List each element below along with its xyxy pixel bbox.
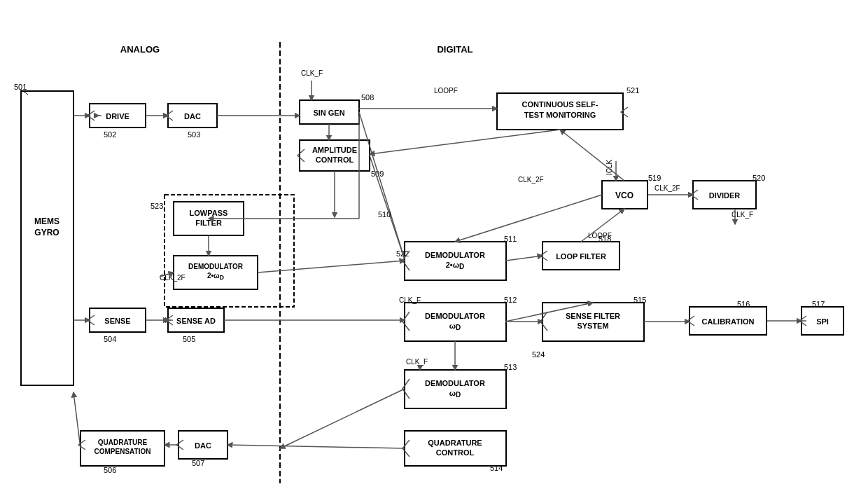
demod-wd1-label2: ωD [449, 322, 461, 331]
amp-line [370, 156, 405, 259]
mems-gyro-block [21, 91, 74, 385]
quad-comp-label2: COMPENSATION [94, 448, 151, 455]
lowpass-label2: FILTER [195, 219, 222, 227]
num-506: 506 [104, 466, 116, 474]
num-510: 510 [378, 210, 391, 219]
divider-label: DIVIDER [709, 191, 741, 200]
lowpass-label1: LOWPASS [190, 209, 228, 217]
clkf-top-label: CLK_F [301, 69, 323, 77]
loopf-label: LOOPF [434, 87, 458, 95]
digital-label: DIGITAL [437, 44, 472, 55]
diagram-container: ANALOG DIGITAL MEMS GYRO 501 DRIVE 502 D… [0, 0, 868, 503]
drive-label: DRIVE [106, 112, 130, 120]
sense-label: SENSE [104, 317, 130, 325]
clk2f-mid-label: CLK_2F [518, 176, 544, 184]
num-505: 505 [183, 335, 195, 343]
singen-line-down [359, 112, 405, 259]
num-514: 514 [490, 464, 503, 472]
clkf-mid-label: CLK_F [399, 296, 421, 304]
num-508: 508 [361, 93, 374, 102]
clkf-bot-label: CLK_F [406, 358, 428, 366]
vco-label: VCO [615, 191, 634, 200]
num-521: 521 [626, 86, 639, 95]
dac2-label: DAC [195, 441, 211, 450]
num-502: 502 [104, 130, 116, 139]
clk2f-top-label: CLK_2F [654, 184, 680, 192]
num-520: 520 [752, 174, 765, 182]
sense-filter-label2: SYSTEM [577, 322, 608, 330]
num-507: 507 [192, 459, 204, 467]
num-511: 511 [504, 235, 517, 243]
demod2wd-to-loopfilter [506, 256, 542, 261]
mems-gyro-label: MEMS [34, 216, 59, 226]
sense-filter-label1: SENSE FILTER [566, 312, 620, 320]
num-516: 516 [737, 300, 750, 308]
amplitude-control-label2: CONTROL [316, 156, 354, 164]
diagram-svg: ANALOG DIGITAL MEMS GYRO 501 DRIVE 502 D… [0, 0, 868, 503]
quad-control-label2: CONTROL [436, 448, 475, 457]
demod-wd2-label1: DEMODULATOR [425, 379, 485, 387]
quadctrl-to-dac2 [227, 445, 405, 448]
num-504: 504 [104, 335, 116, 343]
loopf2-label: LOOPF [588, 232, 612, 240]
self-test-label2: TEST MONITORING [524, 111, 596, 119]
demodwd2-to-quadctrl [280, 389, 405, 448]
vco-to-selftest [560, 130, 624, 181]
num-517: 517 [812, 300, 825, 308]
analog-label: ANALOG [120, 44, 160, 55]
demod-2wd-label2: 2•ωD [446, 261, 465, 270]
sin-gen-label: SIN GEN [313, 109, 344, 117]
selftest-to-amp [370, 130, 560, 154]
num-515: 515 [634, 296, 646, 304]
calibration-label: CALIBRATION [702, 317, 755, 326]
num-503: 503 [188, 130, 200, 139]
quadcomp-to-mems [74, 392, 80, 448]
num-513: 513 [504, 363, 517, 371]
demod-2wd-label1: DEMODULATOR [425, 251, 485, 259]
quad-control-label1: QUADRATURE [428, 439, 482, 447]
clk2f-to-demod [455, 195, 602, 242]
self-test-label1: CONTINUOUS SELF- [522, 100, 598, 109]
num-523: 523 [150, 202, 163, 210]
dac1-label: DAC [184, 112, 201, 120]
quad-comp-label1: QUADRATURE [98, 439, 148, 446]
num-501: 501 [14, 83, 27, 91]
sense-ad-label: SENSE AD [176, 317, 216, 325]
demod-inner-label1: DEMODULATOR [188, 263, 244, 270]
demod-wd2-label2: ωD [449, 389, 461, 399]
mems-gyro-label2: GYRO [34, 228, 59, 237]
num-524: 524 [532, 350, 545, 359]
spi-label: SPI [816, 317, 829, 326]
loop-filter-label: LOOP FILTER [556, 252, 606, 261]
demod-wd1-label1: DEMODULATOR [425, 312, 485, 320]
num-519: 519 [648, 174, 661, 182]
amplitude-control-label1: AMPLITUDE [312, 146, 357, 154]
num-512: 512 [504, 296, 517, 304]
